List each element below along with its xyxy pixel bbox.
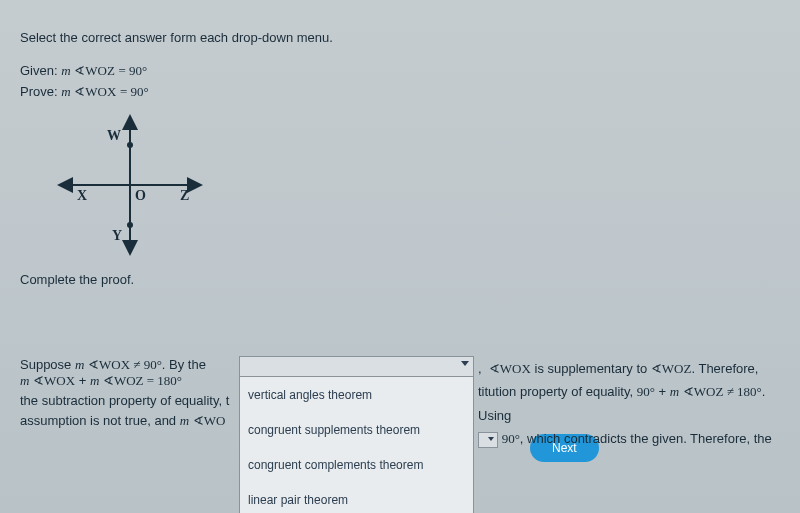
- proof-line2-right: titution property of equality, 90° + m ∢…: [478, 380, 788, 429]
- dropdown-1[interactable]: vertical angles theorem congruent supple…: [239, 356, 474, 513]
- given-statement: Given: m ∢WOZ = 90°: [20, 63, 780, 79]
- complete-label: Complete the proof.: [20, 272, 780, 287]
- svg-point-4: [127, 142, 133, 148]
- chevron-down-icon: [461, 361, 469, 366]
- label-Z: Z: [180, 188, 189, 203]
- dropdown-option[interactable]: congruent supplements theorem: [240, 412, 473, 447]
- proof-line1-right: , ∢WOX is supplementary to ∢WOZ. Therefo…: [478, 357, 788, 382]
- proof-line2-left: m ∢WOX + m ∢WOZ = 180°: [20, 373, 182, 389]
- svg-point-5: [127, 222, 133, 228]
- dropdown-option[interactable]: vertical angles theorem: [240, 377, 473, 412]
- label-Y: Y: [112, 228, 122, 243]
- dropdown-selected[interactable]: [240, 357, 473, 377]
- proof-line4-left: assumption is not true, and m ∢WO: [20, 413, 225, 429]
- proof-line1-left: Suppose m ∢WOX ≠ 90°. By the: [20, 357, 206, 373]
- instruction-text: Select the correct answer form each drop…: [20, 30, 780, 45]
- proof-line3-left: the subtraction property of equality, t: [20, 393, 229, 408]
- label-O: O: [135, 188, 146, 203]
- prove-statement: Prove: m ∢WOX = 90°: [20, 84, 780, 100]
- label-W: W: [107, 128, 121, 143]
- dropdown-2[interactable]: [478, 432, 498, 448]
- label-X: X: [77, 188, 87, 203]
- dropdown-option[interactable]: linear pair theorem: [240, 482, 473, 513]
- proof-line3-right: 90°, which contradicts the given. Theref…: [478, 427, 788, 452]
- angle-diagram: W X O Z Y: [50, 110, 210, 260]
- dropdown-option[interactable]: congruent complements theorem: [240, 447, 473, 482]
